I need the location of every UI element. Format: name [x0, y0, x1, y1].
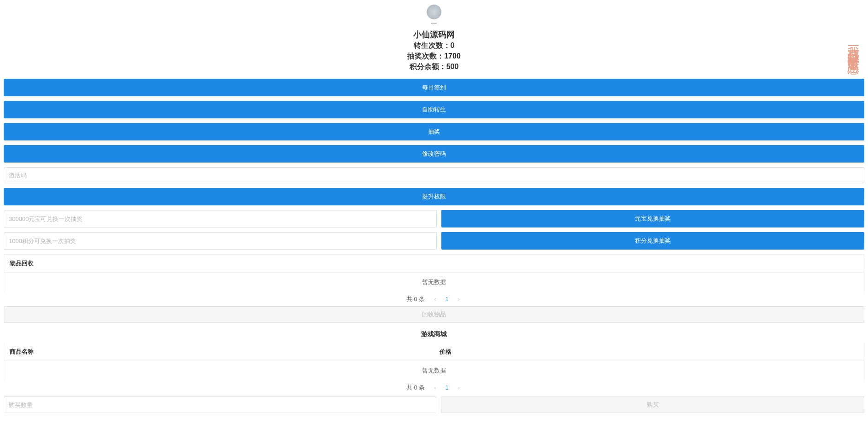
rebirth-value: 0	[451, 41, 455, 49]
shop-table-header: 商品名称 价格	[4, 343, 864, 361]
recycle-prev-icon[interactable]: ‹	[432, 296, 438, 303]
yuanbao-exchange-input[interactable]	[4, 210, 437, 227]
recycle-item-button: 回收物品	[4, 306, 864, 323]
recycle-next-icon[interactable]: ›	[456, 296, 462, 303]
site-name: 小仙源码网	[4, 29, 864, 40]
points-stat: 积分余额：500	[4, 62, 864, 72]
shop-section-title: 游戏商城	[4, 326, 864, 343]
shop-page-num[interactable]: 1	[442, 383, 452, 392]
lottery-value: 1700	[444, 52, 461, 60]
avatar	[427, 5, 441, 19]
lottery-label: 抽奖次数：	[407, 52, 444, 60]
shop-pagination: 共 0 条 ‹ 1 ›	[4, 380, 864, 395]
points-value: 500	[446, 63, 459, 70]
shop-empty: 暂无数据	[4, 361, 864, 380]
yuanbao-exchange-button[interactable]: 元宝兑换抽奖	[441, 210, 864, 227]
shop-prev-icon[interactable]: ‹	[432, 384, 438, 391]
points-label: 积分余额：	[410, 63, 446, 70]
avatar-decoration: 〰	[4, 21, 864, 27]
recycle-section-title: 物品回收	[4, 254, 864, 273]
recycle-page-num[interactable]: 1	[442, 295, 452, 303]
shop-page-info: 共 0 条	[406, 384, 425, 392]
recycle-empty: 暂无数据	[4, 273, 864, 292]
lottery-stat: 抽奖次数：1700	[4, 52, 864, 61]
upgrade-permission-button[interactable]: 提升权限	[4, 188, 864, 205]
self-rebirth-button[interactable]: 自助转生	[4, 101, 864, 118]
side-poem: 我点一丝烛火一时泛滥了思念	[845, 37, 861, 55]
rebirth-stat: 转生次数：0	[4, 41, 864, 51]
header: 〰 小仙源码网 转生次数：0 抽奖次数：1700 积分余额：500	[4, 0, 864, 79]
rebirth-label: 转生次数：	[414, 41, 451, 49]
activation-code-input[interactable]	[4, 167, 864, 183]
shop-col-price: 价格	[434, 343, 864, 361]
change-password-button[interactable]: 修改密码	[4, 145, 864, 163]
shop-next-icon[interactable]: ›	[456, 384, 462, 391]
buy-button: 购买	[441, 396, 864, 413]
points-exchange-input[interactable]	[4, 232, 437, 250]
daily-signin-button[interactable]: 每日签到	[4, 79, 864, 96]
lottery-button[interactable]: 抽奖	[4, 123, 864, 140]
recycle-pagination: 共 0 条 ‹ 1 ›	[4, 292, 864, 306]
points-exchange-button[interactable]: 积分兑换抽奖	[441, 232, 864, 250]
recycle-page-info: 共 0 条	[406, 295, 425, 303]
shop-col-name: 商品名称	[4, 343, 434, 361]
buy-quantity-input[interactable]	[4, 396, 436, 413]
